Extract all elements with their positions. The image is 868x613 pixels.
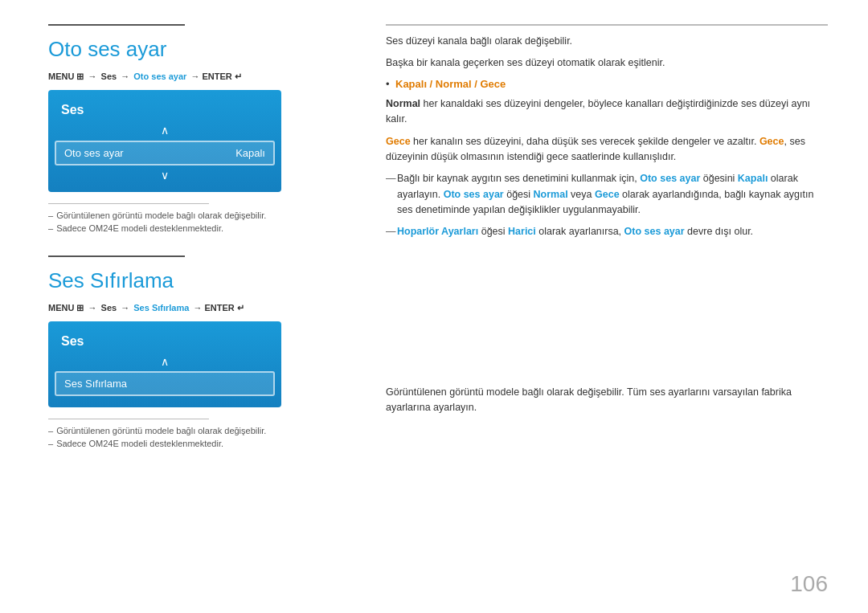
right-gece-desc: Gece her kanalın ses düzeyini, daha düşü… <box>386 134 828 166</box>
section2-menu-header: Ses <box>48 331 281 355</box>
dash1-oto2: Oto ses ayar <box>444 189 504 200</box>
section1-menu-path: MENU ⊞ → Ses → Oto ses ayar → ENTER ↵ <box>48 72 338 82</box>
section1-divider <box>48 203 209 204</box>
section2-arrow-up: ∧ <box>48 355 281 369</box>
section1-arrow-down: ∨ <box>48 169 281 182</box>
section1-title: Oto ses ayar <box>48 37 338 62</box>
right-para2: Başka bir kanala geçerken ses düzeyi oto… <box>386 55 828 71</box>
dash2-part3: olarak ayarlanırsa, <box>536 226 624 237</box>
menu-icon: MENU ⊞ <box>48 72 84 81</box>
dash1-oto: Oto ses ayar <box>640 173 700 184</box>
dash2-harici: Harici <box>508 226 536 237</box>
dash1-gece: Gece <box>595 189 620 200</box>
section2-row-label: Ses Sıfırlama <box>64 378 127 390</box>
page-number: 106 <box>790 571 828 597</box>
section1-arrow-up: ∧ <box>48 124 281 137</box>
section1-note2: Sadece OM24E modeli desteklenmektedir. <box>48 223 338 233</box>
gece-desc-text: her kanalın ses düzeyini, daha düşük ses… <box>411 136 757 147</box>
left-column: Oto ses ayar MENU ⊞ → Ses → Oto ses ayar… <box>48 24 362 589</box>
section1-tv-menu: Ses ∧ Oto ses ayar Kapalı ∨ <box>48 90 281 192</box>
right-section2-desc: Görüntülenen görüntü modele bağlı olarak… <box>386 385 828 416</box>
right-top-line <box>386 24 828 26</box>
dash2-oto: Oto ses ayar <box>624 226 685 237</box>
dash2-part4: devre dışı olur. <box>685 226 753 237</box>
right-dash1: Bağlı bir kaynak aygıtın ses denetimini … <box>386 171 828 218</box>
dash2-part2: öğesi <box>478 226 508 237</box>
section2-divider <box>48 419 209 419</box>
gece-bold: Gece <box>386 136 411 147</box>
section2-note2: Sadece OM24E modeli desteklenmektedir. <box>48 439 338 448</box>
dash2-hoparlor: Hoparlör Ayarları <box>397 226 478 237</box>
dash1-part1: Bağlı bir kaynak aygıtın ses denetimini … <box>397 173 640 184</box>
section2-menu-path: MENU ⊞ → Ses → Ses Sıfırlama → ENTER ↵ <box>48 303 338 313</box>
dash1-part2: öğesini <box>700 173 738 184</box>
dash1-normal: Normal <box>534 189 568 200</box>
dash1-part5: veya <box>568 189 595 200</box>
section2-menu-row: Ses Sıfırlama <box>55 371 275 396</box>
gece2-bold: Gece <box>760 136 784 147</box>
dash1-kapali: Kapalı <box>738 173 768 184</box>
right-bullet1: Kapalı / Normal / Gece <box>386 78 828 90</box>
normal-desc-text: her kanaldaki ses düzeyini dengeler, böy… <box>386 98 810 125</box>
section1-row-value: Kapalı <box>235 147 265 159</box>
section2-title: Ses Sıfırlama <box>48 268 338 293</box>
right-para1: Ses düzeyi kanala bağlı olarak değişebil… <box>386 34 828 49</box>
section2-top-line <box>48 255 185 257</box>
bullet1-text: Kapalı / Normal / Gece <box>395 78 506 90</box>
section1-block: Oto ses ayar MENU ⊞ → Ses → Oto ses ayar… <box>48 24 338 233</box>
section1-menu-header: Ses <box>48 100 281 124</box>
section1-note1: Görüntülenen görüntü modele bağlı olarak… <box>48 210 338 220</box>
section1-top-line <box>48 24 185 26</box>
dash1-part4: öğesi <box>504 189 534 200</box>
right-column: Ses düzeyi kanala bağlı olarak değişebil… <box>362 24 828 589</box>
normal-bold: Normal <box>386 98 420 109</box>
section2-block: Ses Sıfırlama MENU ⊞ → Ses → Ses Sıfırla… <box>48 255 338 449</box>
right-normal-desc: Normal her kanaldaki ses düzeyini dengel… <box>386 96 828 128</box>
right-dash2: Hoparlör Ayarları öğesi Harici olarak ay… <box>386 224 828 239</box>
section2-note1: Görüntülenen görüntü modele bağlı olarak… <box>48 426 338 435</box>
menu2-icon: MENU ⊞ <box>48 303 84 313</box>
section2-tv-menu: Ses ∧ Ses Sıfırlama <box>48 321 281 408</box>
section1-menu-row: Oto ses ayar Kapalı <box>55 141 275 166</box>
section1-row-label: Oto ses ayar <box>64 147 124 159</box>
